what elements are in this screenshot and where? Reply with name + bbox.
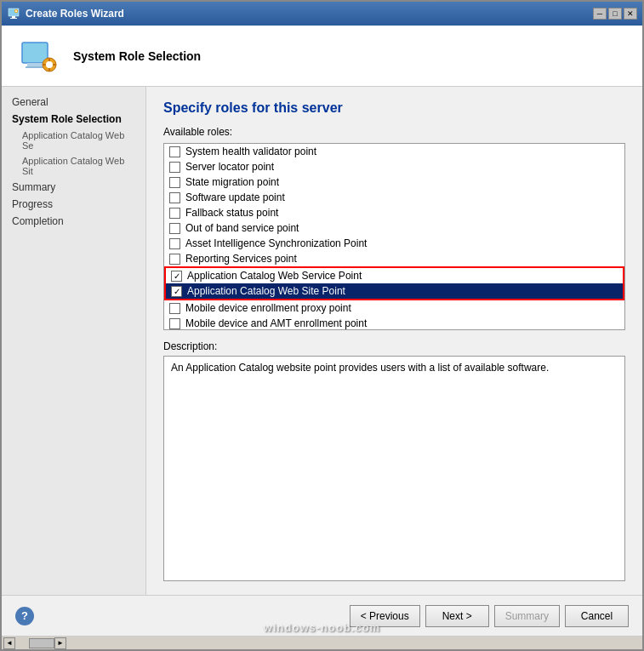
wizard-header-title: System Role Selection: [73, 49, 201, 63]
wizard-header-icon: [19, 36, 60, 77]
svg-rect-5: [22, 43, 48, 63]
role-checkbox-7[interactable]: [169, 254, 180, 265]
role-label-3: Software update point: [185, 191, 285, 203]
role-item-6[interactable]: Asset Intelligence Synchronization Point: [164, 236, 624, 251]
minimize-button[interactable]: ─: [593, 8, 607, 20]
wizard-footer: ? < Previous Next > Summary Cancel: [2, 595, 642, 636]
scroll-left-arrow[interactable]: ◄: [3, 637, 15, 649]
nav-item-3[interactable]: Application Catalog Web Sit: [2, 153, 145, 179]
nav-item-0[interactable]: General: [2, 94, 145, 111]
svg-rect-2: [10, 18, 17, 19]
nav-item-2[interactable]: Application Catalog Web Se: [2, 128, 145, 153]
svg-rect-6: [27, 63, 43, 66]
role-label-6: Asset Intelligence Synchronization Point: [185, 237, 367, 249]
available-roles-label: Available roles:: [163, 126, 625, 138]
role-item-11[interactable]: Mobile device and AMT enrollment point: [164, 316, 624, 330]
roles-listbox[interactable]: System health validator pointServer loca…: [163, 143, 625, 330]
role-item-5[interactable]: Out of band service point: [164, 220, 624, 236]
role-label-10: Mobile device enrollment proxy point: [185, 302, 351, 314]
svg-point-9: [46, 61, 53, 68]
role-label-5: Out of band service point: [185, 222, 299, 234]
role-checkbox-3[interactable]: [169, 192, 180, 203]
role-item-7[interactable]: Reporting Services point: [164, 251, 624, 266]
role-item-0[interactable]: System health validator point: [164, 144, 624, 159]
nav-item-1[interactable]: System Role Selection: [2, 111, 145, 128]
svg-rect-12: [43, 64, 46, 66]
close-button[interactable]: ✕: [624, 8, 637, 20]
role-item-10[interactable]: Mobile device enrollment proxy point: [164, 300, 624, 316]
cancel-button[interactable]: Cancel: [565, 605, 629, 627]
role-checkbox-11[interactable]: [169, 318, 180, 329]
scroll-right-arrow[interactable]: ►: [54, 637, 66, 649]
role-checkbox-10[interactable]: [169, 303, 180, 314]
role-checkbox-2[interactable]: [169, 177, 180, 188]
role-item-4[interactable]: Fallback status point: [164, 205, 624, 220]
footer-right: < Previous Next > Summary Cancel: [350, 605, 629, 627]
scrollbar-thumb[interactable]: [29, 638, 54, 648]
title-bar-buttons: ─ □ ✕: [593, 8, 637, 20]
role-checkbox-8[interactable]: ✓: [171, 271, 182, 282]
wizard-body: GeneralSystem Role SelectionApplication …: [2, 87, 642, 595]
wizard-header: System Role Selection: [2, 26, 642, 87]
footer-left: ?: [15, 607, 34, 625]
svg-rect-11: [48, 68, 50, 71]
wizard-content: Specify roles for this server Available …: [146, 87, 642, 595]
wizard-window: Create Roles Wizard ─ □ ✕ System Role Se…: [0, 0, 644, 651]
title-bar: Create Roles Wizard ─ □ ✕: [2, 2, 642, 26]
role-label-9: Application Catalog Web Site Point: [187, 285, 345, 297]
role-label-2: State migration point: [185, 176, 279, 188]
role-label-0: System health validator point: [185, 146, 316, 157]
title-bar-text: Create Roles Wizard: [26, 8, 124, 20]
role-item-9[interactable]: ✓Application Catalog Web Site Point: [166, 283, 623, 299]
svg-rect-10: [48, 58, 50, 61]
svg-rect-1: [12, 16, 15, 18]
role-label-7: Reporting Services point: [185, 253, 297, 265]
role-label-1: Server locator point: [185, 161, 274, 173]
role-label-4: Fallback status point: [185, 207, 278, 219]
next-button[interactable]: Next >: [425, 605, 489, 627]
role-checkbox-9[interactable]: ✓: [171, 286, 182, 297]
previous-button[interactable]: < Previous: [350, 605, 420, 627]
role-label-11: Mobile device and AMT enrollment point: [185, 317, 367, 329]
bottom-scrollbar: ◄ ►: [2, 636, 642, 649]
title-bar-left: Create Roles Wizard: [7, 7, 124, 20]
role-checkbox-0[interactable]: [169, 146, 180, 157]
nav-item-6[interactable]: Completion: [2, 213, 145, 230]
role-item-3[interactable]: Software update point: [164, 190, 624, 205]
wizard-icon: [7, 7, 20, 20]
role-label-8: Application Catalog Web Service Point: [187, 270, 362, 282]
svg-point-4: [15, 10, 17, 12]
role-checkbox-5[interactable]: [169, 223, 180, 234]
description-box: An Application Catalog website point pro…: [163, 356, 625, 581]
svg-rect-7: [26, 66, 44, 68]
svg-rect-13: [53, 64, 56, 66]
role-item-1[interactable]: Server locator point: [164, 159, 624, 174]
summary-button[interactable]: Summary: [494, 605, 560, 627]
help-button[interactable]: ?: [15, 607, 34, 625]
role-checkbox-6[interactable]: [169, 238, 180, 249]
maximize-button[interactable]: □: [608, 8, 622, 20]
red-border-group: ✓Application Catalog Web Service Point✓A…: [164, 266, 624, 300]
role-item-8[interactable]: ✓Application Catalog Web Service Point: [166, 268, 623, 283]
nav-item-4[interactable]: Summary: [2, 179, 145, 196]
description-label: Description:: [163, 340, 625, 352]
role-checkbox-4[interactable]: [169, 208, 180, 219]
nav-item-5[interactable]: Progress: [2, 196, 145, 213]
wizard-nav: GeneralSystem Role SelectionApplication …: [2, 87, 146, 595]
content-title: Specify roles for this server: [163, 100, 625, 116]
role-checkbox-1[interactable]: [169, 162, 180, 173]
role-item-2[interactable]: State migration point: [164, 174, 624, 190]
